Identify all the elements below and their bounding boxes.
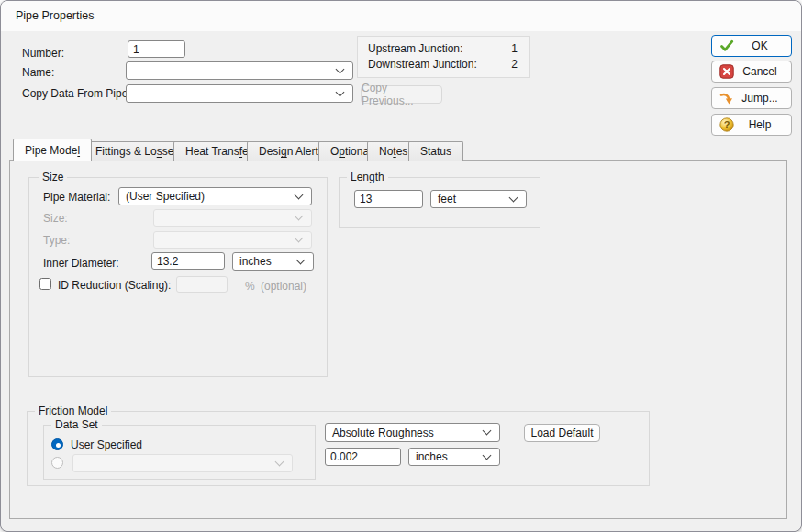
tab-pipe-model[interactable]: Pipe Model xyxy=(13,139,92,161)
library-data-set-combo xyxy=(72,454,293,472)
number-input[interactable] xyxy=(128,40,185,58)
data-set-group-title: Data Set xyxy=(51,418,102,431)
downstream-junction-value: 2 xyxy=(511,57,518,72)
id-reduction-input xyxy=(176,276,228,293)
ok-button[interactable]: OK xyxy=(711,35,792,57)
jump-label: Jump... xyxy=(741,92,777,105)
pipe-material-value: (User Specified) xyxy=(126,190,205,203)
help-label: Help xyxy=(749,118,772,131)
chevron-down-icon xyxy=(483,427,492,436)
number-label: Number: xyxy=(22,47,64,60)
jump-button[interactable]: Jump... xyxy=(711,87,792,109)
inner-diameter-unit-value: inches xyxy=(239,255,272,268)
downstream-junction-label: Downstream Junction: xyxy=(368,57,477,72)
cancel-label: Cancel xyxy=(742,65,776,78)
copy-from-combo[interactable] xyxy=(126,84,353,103)
name-label: Name: xyxy=(22,66,54,79)
friction-model-group-title: Friction Model xyxy=(35,405,111,417)
copy-previous-label: Copy Previous... xyxy=(362,82,441,107)
ok-label: OK xyxy=(752,39,767,52)
length-unit-combo[interactable]: feet xyxy=(430,190,527,208)
cancel-x-icon xyxy=(719,64,734,79)
inner-diameter-label: Inner Diameter: xyxy=(43,257,119,270)
upstream-junction-label: Upstream Junction: xyxy=(368,41,462,57)
help-question-icon: ? xyxy=(719,117,734,132)
friction-model-value: Absolute Roughness xyxy=(332,427,434,439)
id-reduction-label: ID Reduction (Scaling): xyxy=(58,279,171,292)
inner-diameter-unit-combo[interactable]: inches xyxy=(232,252,314,271)
load-default-label: Load Default xyxy=(530,427,593,439)
chevron-down-icon xyxy=(336,64,345,73)
chevron-down-icon xyxy=(483,450,492,460)
chevron-down-icon xyxy=(295,234,304,243)
name-combo[interactable] xyxy=(126,61,353,80)
copy-previous-button: Copy Previous... xyxy=(361,85,442,104)
friction-model-combo[interactable]: Absolute Roughness xyxy=(325,423,500,442)
size-combo xyxy=(153,209,312,227)
size-label: Size: xyxy=(43,212,68,225)
ok-check-icon xyxy=(719,39,734,53)
copy-from-label: Copy Data From Pipe... xyxy=(22,87,137,100)
length-unit-value: feet xyxy=(438,193,456,205)
roughness-input[interactable] xyxy=(325,448,401,466)
id-reduction-checkbox[interactable] xyxy=(39,278,51,290)
title-bar: Pipe Properties xyxy=(1,1,801,31)
length-input[interactable] xyxy=(354,190,423,208)
jump-arrow-icon xyxy=(719,91,734,105)
library-data-set-radio[interactable] xyxy=(51,457,63,469)
upstream-junction-value: 1 xyxy=(511,41,518,57)
type-label: Type: xyxy=(43,234,70,247)
roughness-unit-value: inches xyxy=(416,450,448,463)
pipe-material-combo[interactable]: (User Specified) xyxy=(118,187,312,205)
chevron-down-icon xyxy=(509,193,518,202)
user-specified-radio-label: User Specified xyxy=(71,438,142,451)
chevron-down-icon xyxy=(295,212,304,221)
help-button[interactable]: ? Help xyxy=(711,114,792,136)
length-group-title: Length xyxy=(347,171,388,183)
pipe-material-label: Pipe Material: xyxy=(43,191,110,204)
chevron-down-icon xyxy=(296,255,306,264)
inner-diameter-input[interactable] xyxy=(151,252,225,270)
optional-label: (optional) xyxy=(261,280,306,293)
svg-text:?: ? xyxy=(724,119,730,130)
pipe-properties-dialog: Pipe Properties Number: Name: Copy Data … xyxy=(0,0,802,532)
chevron-down-icon xyxy=(275,457,284,466)
size-group-title: Size xyxy=(39,171,67,183)
cancel-button[interactable]: Cancel xyxy=(711,61,792,83)
chevron-down-icon xyxy=(295,190,304,199)
chevron-down-icon xyxy=(336,87,345,96)
tab-status[interactable]: Status xyxy=(408,141,463,161)
percent-label: % xyxy=(245,280,255,293)
user-specified-radio[interactable] xyxy=(51,438,63,450)
type-combo xyxy=(153,231,312,249)
junction-info-box: Upstream Junction: 1 Downstream Junction… xyxy=(357,36,530,78)
roughness-unit-combo[interactable]: inches xyxy=(408,448,500,466)
load-default-button[interactable]: Load Default xyxy=(524,424,600,442)
window-title: Pipe Properties xyxy=(16,9,94,22)
